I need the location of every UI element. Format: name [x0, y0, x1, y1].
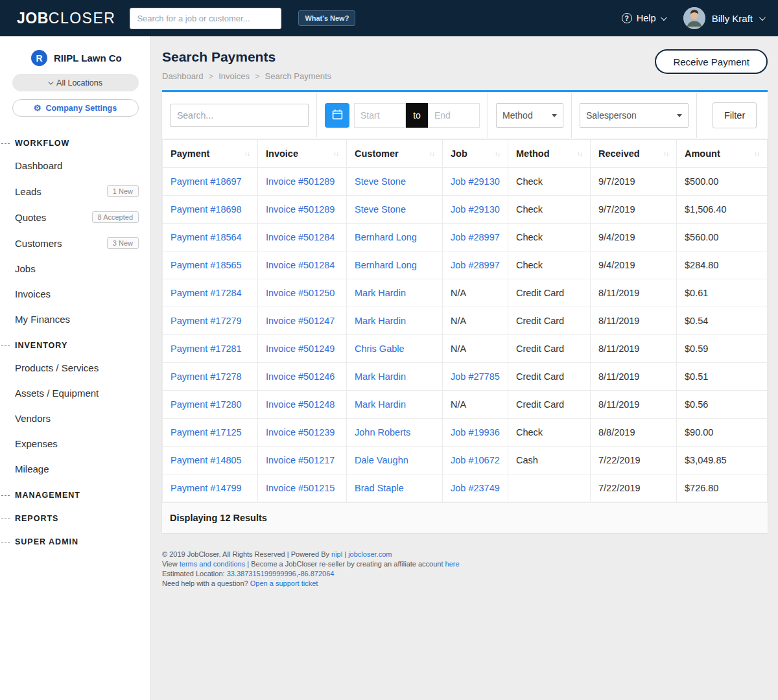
sidebar-item-mileage[interactable]: Mileage: [0, 456, 150, 482]
start-date-input[interactable]: [354, 103, 406, 128]
end-date-input[interactable]: [428, 103, 480, 128]
customer-cell-link[interactable]: Steve Stone: [347, 168, 443, 196]
job-cell-link[interactable]: Job #23749: [443, 474, 508, 502]
job-cell-link[interactable]: Job #28997: [443, 251, 508, 279]
calendar-button[interactable]: [325, 103, 349, 128]
logo-bold: JOB: [17, 10, 49, 27]
payment-cell-link[interactable]: Payment #18565: [163, 251, 258, 279]
invoice-cell-link[interactable]: Invoice #501248: [258, 391, 347, 419]
column-header-invoice[interactable]: Invoice↑↓: [258, 140, 347, 168]
footer-link[interactable]: Open a support ticket: [250, 579, 318, 587]
payment-cell-link[interactable]: Payment #18564: [163, 224, 258, 251]
customer-cell-link[interactable]: Mark Hardin: [347, 391, 443, 419]
whats-new-button[interactable]: What's New?: [298, 10, 355, 26]
sidebar-section-management[interactable]: MANAGEMENT: [0, 482, 150, 505]
column-header-received[interactable]: Received↑↓: [591, 140, 677, 168]
sidebar-item-expenses[interactable]: Expenses: [0, 431, 150, 456]
sidebar-item-vendors[interactable]: Vendors: [0, 406, 150, 431]
payment-cell-link[interactable]: Payment #18698: [163, 196, 258, 224]
global-search-input[interactable]: [130, 8, 281, 29]
received-cell: 8/11/2019: [591, 391, 677, 419]
user-menu[interactable]: Billy Kraft: [683, 7, 764, 29]
salesperson-select[interactable]: Salesperson: [580, 103, 689, 128]
job-cell-link[interactable]: Job #10672: [443, 447, 508, 474]
sidebar-item-products-services[interactable]: Products / Services: [0, 355, 150, 380]
payment-cell-link[interactable]: Payment #17278: [163, 363, 258, 391]
invoice-cell-link[interactable]: Invoice #501246: [258, 363, 347, 391]
table-row: Payment #17125Invoice #501239John Robert…: [163, 419, 768, 447]
column-header-customer[interactable]: Customer↑↓: [347, 140, 443, 168]
customer-cell-link[interactable]: Mark Hardin: [347, 279, 443, 307]
invoice-cell-link[interactable]: Invoice #501249: [258, 335, 347, 363]
sidebar: R RIIPL Lawn Co All Locations ⚙ Company …: [0, 36, 151, 700]
breadcrumb-dashboard[interactable]: Dashboard: [162, 71, 204, 81]
receive-payment-button[interactable]: Receive Payment: [655, 49, 768, 74]
payment-cell-link[interactable]: Payment #17280: [163, 391, 258, 419]
method-cell: [508, 474, 591, 502]
job-cell-link[interactable]: Job #27785: [443, 363, 508, 391]
sidebar-item-leads[interactable]: Leads1 New: [0, 178, 150, 204]
invoice-cell-link[interactable]: Invoice #501215: [258, 474, 347, 502]
job-cell-link[interactable]: Job #28997: [443, 224, 508, 251]
footer-link[interactable]: here: [445, 560, 460, 568]
payment-cell-link[interactable]: Payment #17125: [163, 419, 258, 447]
column-header-amount[interactable]: Amount↑↓: [677, 140, 768, 168]
footer-link[interactable]: 33.387315199999996,-86.872064: [227, 570, 335, 578]
customer-cell-link[interactable]: Bernhard Long: [347, 224, 443, 251]
payment-cell-link[interactable]: Payment #14805: [163, 447, 258, 474]
footer-link[interactable]: jobcloser.com: [348, 550, 392, 558]
payment-cell-link[interactable]: Payment #17281: [163, 335, 258, 363]
customer-cell-link[interactable]: Chris Gable: [347, 335, 443, 363]
sidebar-section-inventory[interactable]: INVENTORY: [0, 332, 150, 355]
company-settings-button[interactable]: ⚙ Company Settings: [12, 99, 139, 117]
customer-cell-link[interactable]: Bernhard Long: [347, 251, 443, 279]
sidebar-item-invoices[interactable]: Invoices: [0, 281, 150, 307]
invoice-cell-link[interactable]: Invoice #501284: [258, 224, 347, 251]
sidebar-item-label: Assets / Equipment: [15, 388, 99, 399]
dash-icon: [1, 542, 10, 542]
app-logo[interactable]: JOBCLOSER: [17, 10, 115, 27]
job-cell-link[interactable]: Job #29130: [443, 196, 508, 224]
help-menu[interactable]: ? Help: [622, 13, 665, 23]
amount-cell: $284.80: [677, 251, 768, 279]
invoice-cell-link[interactable]: Invoice #501239: [258, 419, 347, 447]
customer-cell-link[interactable]: Brad Staple: [347, 474, 443, 502]
sidebar-section-reports[interactable]: REPORTS: [0, 505, 150, 528]
sidebar-item-customers[interactable]: Customers3 New: [0, 230, 150, 256]
customer-cell-link[interactable]: Steve Stone: [347, 196, 443, 224]
invoice-cell-link[interactable]: Invoice #501250: [258, 279, 347, 307]
filter-button[interactable]: Filter: [713, 102, 757, 128]
customer-cell-link[interactable]: John Roberts: [347, 419, 443, 447]
job-cell-link[interactable]: Job #19936: [443, 419, 508, 447]
payment-cell-link[interactable]: Payment #17279: [163, 307, 258, 335]
footer-line: © 2019 JobCloser. All Rights Reserved | …: [162, 550, 768, 559]
all-locations-dropdown[interactable]: All Locations: [12, 74, 139, 91]
invoice-cell-link[interactable]: Invoice #501217: [258, 447, 347, 474]
customer-cell-link[interactable]: Mark Hardin: [347, 363, 443, 391]
breadcrumb-invoices[interactable]: Invoices: [218, 71, 250, 81]
footer-link[interactable]: terms and conditions: [180, 560, 246, 568]
invoice-cell-link[interactable]: Invoice #501289: [258, 168, 347, 196]
customer-cell-link[interactable]: Mark Hardin: [347, 307, 443, 335]
sidebar-item-assets-equipment[interactable]: Assets / Equipment: [0, 380, 150, 406]
column-header-payment[interactable]: Payment↑↓: [163, 140, 258, 168]
payment-cell-link[interactable]: Payment #17284: [163, 279, 258, 307]
invoice-cell-link[interactable]: Invoice #501289: [258, 196, 347, 224]
sidebar-item-dashboard[interactable]: Dashboard: [0, 153, 150, 178]
column-header-job[interactable]: Job↑↓: [443, 140, 508, 168]
sidebar-section-workflow[interactable]: WORKFLOW: [0, 130, 150, 153]
payment-cell-link[interactable]: Payment #14799: [163, 474, 258, 502]
column-header-method[interactable]: Method↑↓: [508, 140, 591, 168]
invoice-cell-link[interactable]: Invoice #501284: [258, 251, 347, 279]
footer-link[interactable]: riipl: [331, 550, 342, 558]
sidebar-item-quotes[interactable]: Quotes8 Accepted: [0, 204, 150, 230]
sidebar-section-super-admin[interactable]: SUPER ADMIN: [0, 528, 150, 552]
payments-search-input[interactable]: [170, 104, 309, 127]
payment-cell-link[interactable]: Payment #18697: [163, 168, 258, 196]
sidebar-item-jobs[interactable]: Jobs: [0, 256, 150, 281]
invoice-cell-link[interactable]: Invoice #501247: [258, 307, 347, 335]
job-cell-link[interactable]: Job #29130: [443, 168, 508, 196]
method-select[interactable]: Method: [496, 103, 563, 128]
sidebar-item-my-finances[interactable]: My Finances: [0, 307, 150, 332]
customer-cell-link[interactable]: Dale Vaughn: [347, 447, 443, 474]
